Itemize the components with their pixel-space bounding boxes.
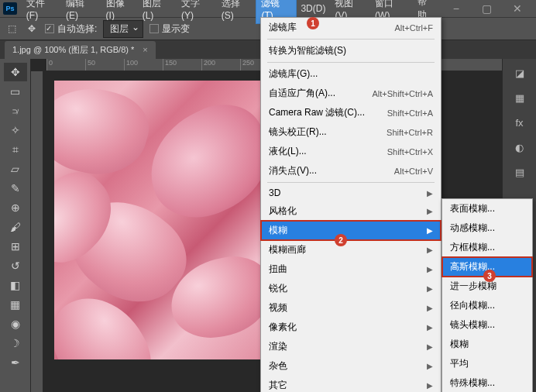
ruler-tick: 50 [85, 59, 124, 70]
submenu-item-特殊模糊...[interactable]: 特殊模糊... [442, 373, 532, 392]
menu-item-液化(L)...[interactable]: 液化(L)...Shift+Ctrl+X [261, 142, 441, 161]
menu-item-Camera Raw 滤镜(C)...[interactable]: Camera Raw 滤镜(C)...Shift+Ctrl+A [261, 103, 441, 122]
tools-panel: ✥ ▭ ⟉ ✧ ⌗ ▱ ✎ ⊕ 🖌 ⊞ ↺ ◧ ▦ ◉ ☽ ✒ [0, 59, 31, 392]
adjustments-panel-icon[interactable]: ◐ [508, 136, 531, 158]
menu-item-转换为智能滤镜(S)[interactable]: 转换为智能滤镜(S) [261, 41, 441, 60]
submenu-item-表面模糊...[interactable]: 表面模糊... [442, 199, 532, 218]
menu-select[interactable]: 选择(S) [217, 0, 257, 23]
close-icon[interactable]: × [143, 45, 147, 54]
ruler-tick: 200 [201, 59, 240, 70]
layers-panel-icon[interactable]: ▤ [508, 161, 531, 183]
ruler-tick: 0 [46, 59, 85, 70]
menu-bar: Ps 文件(F) 编辑(E) 图像(I) 图层(L) 文字(Y) 选择(S) 滤… [0, 0, 536, 17]
menu-item-3D[interactable]: 3D▶ [261, 184, 441, 201]
annotation-badge-1: 1 [307, 17, 319, 29]
auto-select-dropdown[interactable]: 图层 [103, 20, 143, 38]
menu-item-模糊[interactable]: 模糊▶ [261, 221, 441, 240]
lasso-tool[interactable]: ⟉ [4, 101, 27, 120]
minimize-button[interactable]: − [441, 0, 472, 17]
close-button[interactable]: ✕ [502, 0, 533, 17]
menu-item-镜头校正(R)...[interactable]: 镜头校正(R)...Shift+Ctrl+R [261, 122, 441, 142]
fx-icon[interactable]: fx [508, 112, 531, 133]
brush-tool[interactable]: 🖌 [4, 218, 27, 236]
ruler-tick: 100 [124, 59, 163, 70]
gradient-tool[interactable]: ▦ [4, 295, 27, 314]
maximize-button[interactable]: ▢ [472, 0, 503, 17]
menu-item-风格化[interactable]: 风格化▶ [261, 201, 441, 221]
tab-title: 1.jpg @ 100% (图层 1, RGB/8) * [12, 45, 134, 54]
menu-item-锐化[interactable]: 锐化▶ [261, 279, 441, 298]
move-tool[interactable]: ✥ [4, 63, 27, 81]
blur-submenu: 表面模糊...动感模糊...方框模糊...高斯模糊...进一步模糊径向模糊...… [442, 198, 533, 392]
show-transform-checkbox[interactable]: 显示变 [149, 22, 190, 36]
menu-item-杂色[interactable]: 杂色▶ [261, 356, 441, 376]
menu-item-滤镜库[interactable]: 滤镜库Alt+Ctrl+F [261, 18, 441, 37]
ruler-vertical [31, 71, 43, 392]
submenu-item-径向模糊...[interactable]: 径向模糊... [442, 296, 532, 315]
crop-tool[interactable]: ⌗ [4, 140, 27, 159]
menu-item-消失点(V)...[interactable]: 消失点(V)...Alt+Ctrl+V [261, 161, 441, 181]
eraser-tool[interactable]: ◧ [4, 276, 27, 294]
menu-item-自适应广角(A)...[interactable]: 自适应广角(A)...Alt+Shift+Ctrl+A [261, 84, 441, 103]
dodge-tool[interactable]: ☽ [4, 334, 27, 352]
submenu-item-方框模糊...[interactable]: 方框模糊... [442, 238, 532, 257]
submenu-item-动感模糊...[interactable]: 动感模糊... [442, 218, 532, 238]
annotation-badge-3: 3 [483, 270, 496, 282]
submenu-item-镜头模糊...[interactable]: 镜头模糊... [442, 315, 532, 335]
menu-edit[interactable]: 编辑(E) [61, 0, 101, 23]
stamp-tool[interactable]: ⊞ [4, 237, 27, 256]
submenu-item-平均[interactable]: 平均 [442, 354, 532, 373]
menu-3d[interactable]: 3D(D) [296, 1, 330, 16]
history-brush-tool[interactable]: ↺ [4, 256, 27, 275]
frame-tool[interactable]: ▱ [4, 160, 27, 178]
submenu-item-模糊[interactable]: 模糊 [442, 335, 532, 354]
menu-item-模糊画廊[interactable]: 模糊画廊▶ [261, 240, 441, 260]
auto-select-checkbox[interactable]: 自动选择: [45, 22, 97, 36]
ruler-tick: 150 [163, 59, 201, 70]
filter-menu-dropdown: 滤镜库Alt+Ctrl+F转换为智能滤镜(S)滤镜库(G)...自适应广角(A)… [260, 17, 442, 392]
image-content [54, 81, 156, 186]
menu-type[interactable]: 文字(Y) [177, 0, 217, 23]
document-tab[interactable]: 1.jpg @ 100% (图层 1, RGB/8) * × [5, 41, 156, 59]
menu-file[interactable]: 文件(F) [22, 0, 61, 23]
menu-item-视频[interactable]: 视频▶ [261, 298, 441, 318]
annotation-badge-2: 2 [335, 234, 347, 246]
menu-item-渲染[interactable]: 渲染▶ [261, 337, 441, 356]
canvas[interactable] [54, 81, 287, 359]
marquee-tool[interactable]: ▭ [4, 82, 27, 101]
color-panel-icon[interactable]: ◪ [508, 62, 531, 84]
pen-tool[interactable]: ✒ [4, 353, 27, 372]
home-icon[interactable]: ⬚ [5, 22, 19, 36]
menu-item-扭曲[interactable]: 扭曲▶ [261, 260, 441, 279]
menu-item-像素化[interactable]: 像素化▶ [261, 318, 441, 337]
eyedropper-tool[interactable]: ✎ [4, 179, 27, 198]
wand-tool[interactable]: ✧ [4, 121, 27, 139]
app-logo: Ps [3, 2, 17, 15]
menu-item-其它[interactable]: 其它▶ [261, 376, 441, 392]
menu-item-滤镜库(G)...[interactable]: 滤镜库(G)... [261, 64, 441, 84]
blur-tool[interactable]: ◉ [4, 315, 27, 333]
swatches-panel-icon[interactable]: ▦ [508, 87, 531, 108]
move-tool-icon[interactable]: ✥ [25, 22, 39, 36]
healing-tool[interactable]: ⊕ [4, 198, 27, 217]
